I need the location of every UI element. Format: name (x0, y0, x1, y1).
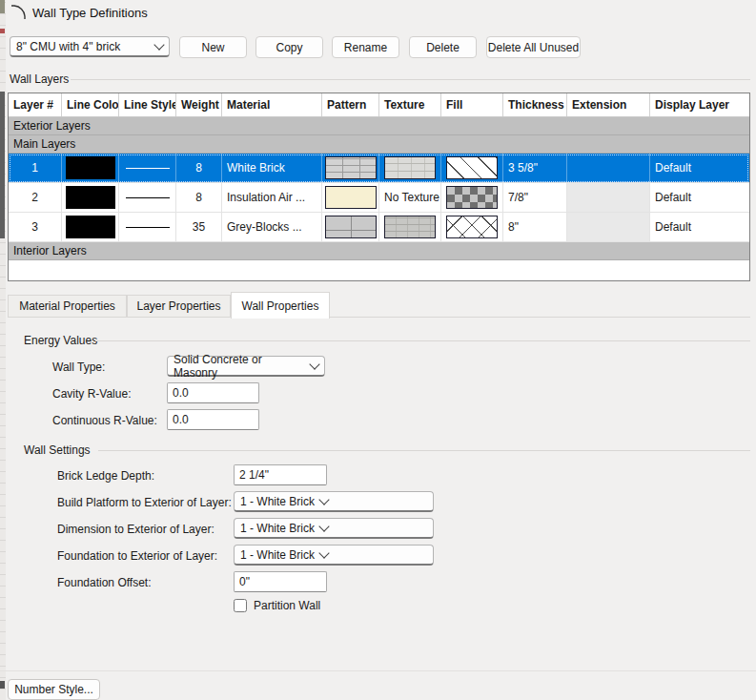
delete-all-unused-button[interactable]: Delete All Unused (486, 36, 581, 58)
group-divider (71, 79, 750, 80)
dimension-dropdown[interactable]: 1 - White Brick (234, 518, 434, 539)
wall-layers-group-label: Wall Layers (10, 72, 74, 86)
table-header-row: Layer # Line Color Line Style Weight Mat… (9, 93, 749, 117)
layer-number-cell[interactable]: 1 (9, 154, 62, 182)
pattern-cell[interactable] (322, 213, 379, 241)
brick-ledge-depth-input[interactable] (234, 464, 327, 485)
layer-number-cell[interactable]: 3 (9, 213, 62, 241)
tab-layer-properties[interactable]: Layer Properties (127, 295, 231, 318)
col-header-line-style[interactable]: Line Style (119, 93, 176, 116)
wall-layers-table: Layer # Line Color Line Style Weight Mat… (8, 93, 750, 281)
chevron-down-icon (309, 359, 319, 369)
extension-cell[interactable] (567, 154, 650, 182)
col-header-fill[interactable]: Fill (441, 93, 503, 116)
insulation-pattern-swatch (325, 186, 377, 209)
table-row-layer-1[interactable]: 1 8 White Brick 3 5/8" Default (9, 154, 749, 183)
copy-button[interactable]: Copy (255, 36, 323, 58)
col-header-line-color[interactable]: Line Color (62, 93, 119, 116)
fill-cell[interactable] (441, 154, 503, 182)
new-button[interactable]: New (179, 36, 247, 58)
layer-number-cell[interactable]: 2 (9, 183, 62, 212)
foundation-offset-input[interactable] (234, 571, 327, 592)
section-row-interior-layers: Interior Layers (9, 242, 749, 260)
partition-wall-label: Partition Wall (254, 599, 320, 612)
wall-type-label: Wall Type: (52, 360, 105, 374)
brick-ledge-depth-label: Brick Ledge Depth: (57, 469, 154, 483)
line-color-cell[interactable] (62, 154, 119, 182)
dimension-value: 1 - White Brick (240, 522, 315, 535)
foundation-dropdown[interactable]: 1 - White Brick (234, 545, 434, 566)
col-header-thickness[interactable]: Thickness (503, 93, 567, 116)
fill-cell[interactable] (441, 183, 503, 212)
display-layer-cell[interactable]: Default (650, 183, 749, 212)
line-color-cell[interactable] (62, 213, 119, 241)
line-style-cell[interactable] (119, 154, 176, 182)
col-header-pattern[interactable]: Pattern (322, 93, 379, 116)
table-row-layer-3[interactable]: 3 35 Grey-Blocks ... 8" Default (9, 213, 749, 242)
chevron-down-icon (318, 521, 329, 531)
display-layer-cell[interactable]: Default (650, 213, 749, 241)
line-color-cell[interactable] (62, 183, 119, 212)
table-row-layer-2[interactable]: 2 8 Insulation Air ... No Texture 7/8" D… (9, 183, 749, 213)
cavity-r-value-input[interactable] (167, 382, 259, 403)
cavity-r-value-label: Cavity R-Value: (52, 387, 131, 401)
background-window-fragment (0, 92, 5, 238)
line-style-cell[interactable] (119, 213, 176, 241)
col-header-extension[interactable]: Extension (567, 93, 650, 116)
dialog-title: Wall Type Definitions (32, 6, 148, 20)
group-divider (95, 340, 750, 341)
col-header-material[interactable]: Material (222, 93, 322, 116)
partition-wall-checkbox[interactable] (234, 599, 247, 612)
foundation-offset-label: Foundation Offset: (57, 576, 152, 589)
rename-button[interactable]: Rename (332, 36, 399, 58)
material-cell[interactable]: Insulation Air ... (222, 183, 322, 212)
col-header-display-layer[interactable]: Display Layer (650, 93, 749, 116)
weight-cell[interactable]: 8 (176, 154, 222, 182)
footer-divider (0, 670, 756, 671)
continuous-r-value-input[interactable] (167, 409, 259, 430)
delete-button[interactable]: Delete (409, 36, 477, 58)
extension-cell[interactable] (567, 213, 650, 241)
brick-texture-swatch (384, 156, 436, 179)
extension-cell[interactable] (567, 183, 650, 212)
texture-cell[interactable] (379, 213, 441, 241)
pattern-cell[interactable] (322, 154, 379, 182)
tabs-divider (8, 317, 750, 318)
material-cell[interactable]: Grey-Blocks ... (222, 213, 322, 241)
partition-wall-row: Partition Wall (234, 599, 320, 612)
display-layer-cell[interactable]: Default (650, 154, 749, 182)
fill-cell[interactable] (441, 213, 503, 241)
wall-arc-icon (10, 4, 27, 21)
material-cell[interactable]: White Brick (222, 154, 322, 182)
line-color-swatch (66, 156, 115, 179)
build-platform-label: Build Platform to Exterior of Layer: (57, 496, 232, 509)
wall-type-definitions-dialog: Wall Type Definitions 8" CMU with 4" bri… (0, 0, 756, 700)
build-platform-dropdown[interactable]: 1 - White Brick (234, 491, 434, 512)
tab-wall-properties[interactable]: Wall Properties (231, 292, 330, 319)
line-color-swatch (66, 186, 115, 209)
texture-cell[interactable] (379, 154, 441, 182)
thickness-cell[interactable]: 3 5/8" (503, 154, 567, 182)
number-style-button[interactable]: Number Style... (8, 679, 100, 700)
line-style-sample (126, 197, 170, 198)
pattern-cell[interactable] (322, 183, 379, 212)
thickness-cell[interactable]: 7/8" (503, 183, 567, 212)
weight-cell[interactable]: 35 (176, 213, 222, 241)
background-window-fragment (0, 0, 5, 13)
thickness-cell[interactable]: 8" (503, 213, 567, 241)
line-color-swatch (66, 216, 115, 238)
weight-cell[interactable]: 8 (176, 183, 222, 212)
foundation-label: Foundation to Exterior of Layer: (57, 549, 217, 563)
col-header-texture[interactable]: Texture (379, 93, 441, 116)
texture-cell[interactable]: No Texture (379, 183, 441, 212)
tab-material-properties[interactable]: Material Properties (8, 295, 127, 318)
energy-wall-type-dropdown[interactable]: Solid Concrete or Masonry (167, 356, 325, 377)
line-style-cell[interactable] (119, 183, 176, 212)
blocks-texture-swatch (384, 216, 436, 238)
chevron-down-icon (318, 494, 329, 504)
line-style-sample (126, 168, 170, 169)
wall-type-dropdown[interactable]: 8" CMU with 4" brick (10, 36, 170, 57)
col-header-weight[interactable]: Weight (176, 93, 222, 116)
col-header-layer[interactable]: Layer # (9, 93, 62, 116)
group-divider (98, 450, 750, 451)
